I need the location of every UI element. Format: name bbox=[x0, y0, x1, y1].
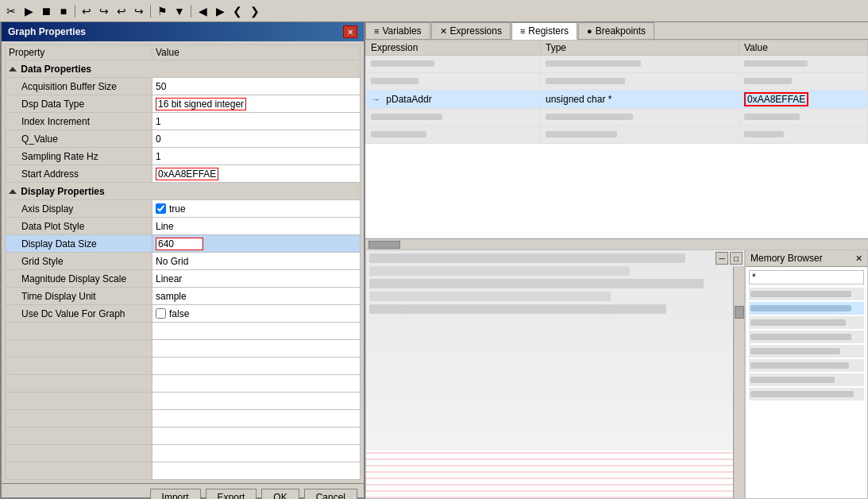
horizontal-scrollbar[interactable] bbox=[365, 238, 868, 250]
table-row-empty bbox=[6, 358, 361, 375]
toolbar-cut-icon[interactable]: ✂ bbox=[3, 3, 19, 19]
usedc-checkbox[interactable] bbox=[156, 308, 166, 319]
tab-breakpoints[interactable]: ● Breakpoints bbox=[578, 22, 654, 39]
prop-plotstyle-value: Line bbox=[152, 218, 361, 235]
prop-qvalue-label: Q_Value bbox=[6, 130, 152, 148]
blurred-cell bbox=[739, 73, 868, 91]
ok-button[interactable]: OK bbox=[261, 489, 299, 499]
prop-displaysize-label: Display Data Size bbox=[6, 235, 152, 253]
toolbar-forward-icon[interactable]: ❯ bbox=[247, 3, 263, 19]
cancel-button[interactable]: Cancel bbox=[304, 489, 357, 499]
tab-expressions[interactable]: ✕ Expressions bbox=[431, 22, 511, 39]
toolbar-undo-icon[interactable]: ↩ bbox=[79, 3, 95, 19]
memory-row-highlight bbox=[749, 302, 864, 315]
memory-browser-header: Memory Browser ✕ bbox=[746, 250, 867, 267]
toolbar-play-icon[interactable]: ▶ bbox=[21, 3, 37, 19]
table-row-empty bbox=[6, 445, 361, 462]
toolbar-flag-icon[interactable]: ⚑ bbox=[154, 3, 170, 19]
table-row: Axis Display true bbox=[6, 200, 361, 218]
prop-usedc-value: false bbox=[152, 305, 361, 323]
prop-dsp-value[interactable]: 16 bit signed integer bbox=[152, 95, 361, 113]
blurred-cell bbox=[541, 56, 739, 73]
dialog-close-button[interactable]: ✕ bbox=[343, 25, 357, 38]
table-row-empty bbox=[6, 340, 361, 358]
pdataaddr-type: unsigned char * bbox=[541, 91, 739, 109]
toolbar-dropdown-icon[interactable]: ▼ bbox=[172, 3, 187, 19]
maximize-button[interactable]: □ bbox=[730, 252, 743, 265]
variables-table: Expression Type Value bbox=[365, 40, 868, 144]
import-button[interactable]: Import bbox=[150, 489, 201, 499]
tab-registers[interactable]: ≡ Registers bbox=[511, 22, 577, 40]
memory-browser-panel: Memory Browser ✕ bbox=[745, 250, 868, 499]
arrow-icon: → bbox=[371, 94, 380, 105]
toolbar-next-icon[interactable]: ▶ bbox=[212, 3, 228, 19]
toolbar-stop-icon[interactable]: ⏹ bbox=[38, 3, 54, 19]
dialog-body: Property Value Data Properties Acquis bbox=[2, 41, 364, 483]
dialog-title: Graph Properties bbox=[8, 26, 86, 37]
col-value-header: Value bbox=[739, 41, 868, 56]
expressions-tab-label: Expressions bbox=[450, 25, 502, 37]
blurred-cell bbox=[366, 126, 541, 144]
prop-usedc-label: Use Dc Value For Graph bbox=[6, 305, 152, 323]
h-scroll-thumb[interactable] bbox=[368, 241, 400, 249]
axis-checkbox-cell: true bbox=[156, 203, 357, 215]
axis-true-label: true bbox=[169, 203, 186, 215]
export-button[interactable]: Export bbox=[206, 489, 257, 499]
display-data-size-box[interactable]: 640 bbox=[156, 238, 203, 250]
display-properties-header: Display Properties bbox=[6, 183, 361, 200]
blurred-cell bbox=[366, 56, 541, 73]
table-row: Sampling Rate Hz 1 bbox=[6, 148, 361, 165]
triangle-icon bbox=[9, 67, 17, 72]
dialog-titlebar: Graph Properties ✕ bbox=[2, 22, 364, 41]
toolbar-sep-2 bbox=[150, 5, 151, 17]
breakpoints-tab-icon: ● bbox=[587, 26, 592, 36]
memory-browser-input[interactable] bbox=[749, 270, 864, 284]
toolbar-undo2-icon[interactable]: ↩ bbox=[114, 3, 129, 19]
start-address-box[interactable]: 0xAA8EFFAE bbox=[156, 168, 218, 180]
v-scroll-thumb[interactable] bbox=[735, 306, 744, 319]
minimize-button[interactable]: ─ bbox=[716, 252, 728, 265]
table-row-highlighted: Display Data Size 640 bbox=[6, 235, 361, 253]
prop-sampling-label: Sampling Rate Hz bbox=[6, 148, 152, 165]
toolbar-redo-icon[interactable]: ↪ bbox=[96, 3, 112, 19]
toolbar-redo2-icon[interactable]: ↪ bbox=[131, 3, 147, 19]
prop-plotstyle-label: Data Plot Style bbox=[6, 218, 152, 235]
table-row-empty bbox=[6, 427, 361, 445]
memory-browser-content bbox=[746, 267, 867, 498]
memory-browser-title: Memory Browser bbox=[750, 253, 823, 264]
memory-browser-close-icon[interactable]: ✕ bbox=[855, 253, 862, 264]
prop-dsp-label: Dsp Data Type bbox=[6, 95, 152, 113]
memory-row bbox=[749, 359, 864, 372]
prop-startaddr-label: Start Address bbox=[6, 165, 152, 183]
blurred-cell bbox=[541, 73, 739, 91]
table-row-empty bbox=[6, 393, 361, 410]
tab-variables[interactable]: ≡ Variables bbox=[365, 22, 430, 39]
variables-area: Expression Type Value bbox=[365, 40, 868, 238]
panel-controls: ─ □ bbox=[714, 250, 744, 266]
dsp-data-type-box[interactable]: 16 bit signed integer bbox=[156, 98, 246, 110]
prop-index-value: 1 bbox=[152, 113, 361, 130]
prop-startaddr-value[interactable]: 0xAA8EFFAE bbox=[152, 165, 361, 183]
axis-checkbox[interactable] bbox=[156, 203, 166, 214]
blurred-row bbox=[369, 292, 611, 301]
prop-acquisition-value: 50 bbox=[152, 78, 361, 95]
prop-magnitude-value: Linear bbox=[152, 270, 361, 288]
memory-row bbox=[749, 388, 864, 400]
prop-displaysize-value[interactable]: 640 bbox=[152, 235, 361, 253]
usedc-checkbox-cell: false bbox=[156, 308, 357, 319]
toolbar-back-icon[interactable]: ❮ bbox=[230, 3, 245, 19]
toolbar-record-icon[interactable]: ■ bbox=[56, 3, 71, 19]
col-type-header: Type bbox=[541, 41, 739, 56]
table-row: Acquisition Buffer Size 50 bbox=[6, 78, 361, 95]
table-row: Use Dc Value For Graph false bbox=[6, 305, 361, 323]
toolbar-prev-icon[interactable]: ◀ bbox=[195, 3, 210, 19]
table-row bbox=[366, 126, 868, 144]
lower-blurred-content bbox=[366, 250, 744, 451]
prop-sampling-value: 1 bbox=[152, 148, 361, 165]
vertical-scrollbar[interactable] bbox=[733, 266, 744, 498]
table-row-empty bbox=[6, 375, 361, 393]
properties-table: Property Value Data Properties Acquis bbox=[5, 44, 361, 480]
table-row: Grid Style No Grid bbox=[6, 253, 361, 270]
table-row-empty bbox=[6, 410, 361, 427]
pdataaddr-value-box: 0xAA8EFFAE bbox=[744, 92, 808, 106]
